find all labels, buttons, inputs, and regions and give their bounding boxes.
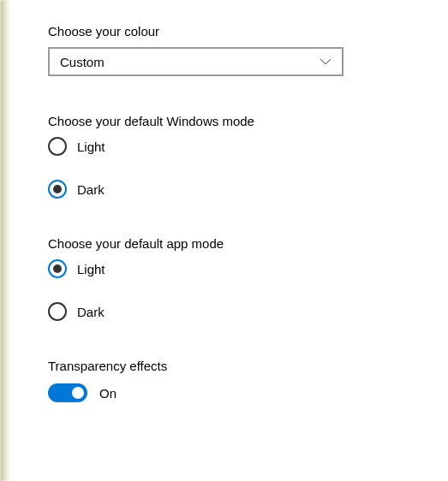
colour-dropdown[interactable]: Custom	[48, 47, 343, 76]
windows-mode-label: Choose your default Windows mode	[48, 114, 448, 128]
window-edge-blur	[0, 0, 10, 481]
toggle-state-label: On	[99, 386, 116, 401]
windows-mode-option-dark[interactable]: Dark	[48, 180, 448, 199]
windows-mode-group: Light Dark	[48, 137, 448, 199]
radio-icon	[48, 302, 67, 321]
radio-label: Light	[77, 140, 105, 154]
radio-icon	[48, 180, 67, 199]
settings-content: Choose your colour Custom Choose your de…	[0, 0, 448, 402]
app-mode-group: Light Dark	[48, 259, 448, 321]
toggle-switch-icon	[48, 383, 87, 402]
transparency-toggle-row[interactable]: On	[48, 383, 448, 402]
transparency-label: Transparency effects	[48, 359, 448, 373]
radio-label: Dark	[77, 305, 105, 319]
radio-icon	[48, 259, 67, 278]
radio-label: Dark	[77, 182, 105, 197]
radio-label: Light	[77, 262, 105, 276]
app-mode-option-light[interactable]: Light	[48, 259, 448, 278]
colour-label: Choose your colour	[48, 24, 448, 39]
colour-dropdown-value: Custom	[60, 55, 105, 69]
radio-icon	[48, 137, 67, 156]
app-mode-option-dark[interactable]: Dark	[48, 302, 448, 321]
windows-mode-option-light[interactable]: Light	[48, 137, 448, 156]
app-mode-label: Choose your default app mode	[48, 236, 448, 251]
chevron-down-icon	[320, 58, 332, 65]
